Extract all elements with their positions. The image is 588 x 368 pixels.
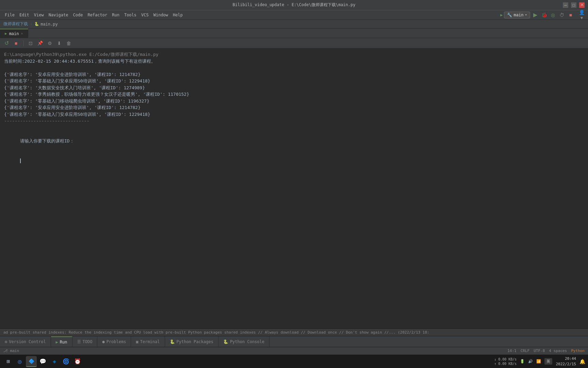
menu-window[interactable]: Window xyxy=(151,12,170,18)
menu-help[interactable]: Help xyxy=(171,12,185,18)
vscode-taskbar-icon[interactable]: ◈ xyxy=(49,356,60,367)
battery-icon: 🔋 xyxy=(520,359,525,364)
breadcrumb-parent[interactable]: 微师课程下载 xyxy=(3,21,28,27)
edge-taskbar-icon[interactable]: 🌀 xyxy=(61,356,71,367)
rerun-button[interactable]: ↺ xyxy=(3,40,10,47)
clock-taskbar-icon[interactable]: ⏰ xyxy=(72,356,83,367)
tab-run-label: Run xyxy=(60,340,67,344)
console-toolbar: ↺ ■ ⊡ 📌 ⚙ ⬇ 🗑 xyxy=(0,38,588,48)
tab-version-control[interactable]: ⚙ Version Control xyxy=(0,336,51,347)
cursor xyxy=(20,158,21,163)
scroll-to-end-button[interactable]: ⬇ xyxy=(55,40,63,47)
bottom-tab-bar: ⚙ Version Control ▶ Run ☰ TODO ● Problem… xyxy=(0,336,588,347)
run-config-selector[interactable]: 🔧 main ▾ xyxy=(504,12,530,18)
console-line-10: {'课程名字': '零基础入门安卓应用S0培训班', '课程ID': 12294… xyxy=(4,111,584,118)
pin-button[interactable]: 📌 xyxy=(36,40,44,47)
wechat-taskbar-icon[interactable]: 💬 xyxy=(37,356,48,367)
bottom-notification[interactable]: ad pre-built shared indexes: Reduce the … xyxy=(0,328,588,336)
tab-todo[interactable]: ☰ TODO xyxy=(72,336,98,347)
console-line-1: E:\Language\Python39\python.exe E:/Code/… xyxy=(4,51,584,58)
menu-tools[interactable]: Tools xyxy=(122,12,138,18)
stop-run-button[interactable]: ■ xyxy=(12,40,20,47)
console-line-3 xyxy=(4,64,584,71)
title-bar-right: ─ □ ✕ xyxy=(563,2,585,8)
windows-start-icon[interactable]: ⊞ xyxy=(3,356,14,367)
tab-run[interactable]: ▶ Run xyxy=(51,336,72,347)
tab-python-packages[interactable]: 🐍 Python Packages xyxy=(165,336,218,347)
profile-button[interactable]: ⏱ xyxy=(558,11,566,19)
stop-button[interactable]: ■ xyxy=(567,11,574,19)
tab-version-control-label: Version Control xyxy=(9,339,46,344)
maximize-button[interactable]: □ xyxy=(571,2,576,8)
debug-button[interactable]: 🐞 xyxy=(540,11,548,19)
datetime-display: 20:44 2022/2/15 xyxy=(556,356,576,367)
console-line-11: -------------------------------- xyxy=(4,118,584,124)
console-line-7: {'课程名字': '李秀娟教授，职场领导力谁更强？女汉子还是暖男', '课程ID… xyxy=(4,91,584,98)
status-right: 14:1 CRLF UTF-8 4 spaces Python xyxy=(507,349,585,353)
menu-run[interactable]: Run xyxy=(110,12,121,18)
restore-layout-button[interactable]: ⊡ xyxy=(27,40,34,47)
tab-python-console-label: Python Console xyxy=(230,339,264,344)
account-icon[interactable]: 👤▾ xyxy=(578,11,585,19)
menu-view[interactable]: View xyxy=(32,12,46,18)
tab-todo-label: TODO xyxy=(83,339,93,344)
tab-python-packages-label: Python Packages xyxy=(177,339,213,344)
line-ending[interactable]: CRLF xyxy=(521,349,530,353)
menu-edit[interactable]: Edit xyxy=(17,12,31,18)
taskbar-right: ↓ 0.00 KB/s ↑ 0.00 KB/s 🔋 🔊 📶 英 20:44 20… xyxy=(494,356,585,367)
run-tab-main[interactable]: ▶ main × xyxy=(0,29,28,38)
run-config-label: main xyxy=(513,13,523,17)
pycharm-taskbar-icon[interactable]: 🔷 xyxy=(26,356,37,367)
net-up: ↑ 0.00 KB/s xyxy=(494,362,517,366)
chrome-taskbar-icon[interactable]: ◎ xyxy=(14,356,25,367)
tab-problems[interactable]: ● Problems xyxy=(97,336,131,347)
git-branch[interactable]: ⎇ main xyxy=(3,349,19,353)
encoding[interactable]: UTF-8 xyxy=(534,349,545,353)
tab-python-console[interactable]: 🐍 Python Console xyxy=(218,336,270,347)
breadcrumb-current: main.py xyxy=(40,22,58,27)
menu-navigate[interactable]: Navigate xyxy=(47,12,70,18)
coverage-button[interactable]: ◎ xyxy=(549,11,557,19)
run-tab-bar: ▶ main × xyxy=(0,29,588,38)
title-bar: Bilibili_video_update - E:\Code\微师课程下载\m… xyxy=(0,0,588,10)
tab-terminal[interactable]: ▣ Terminal xyxy=(131,336,165,347)
settings-run-button[interactable]: ⚙ xyxy=(46,40,53,47)
todo-icon: ☰ xyxy=(77,339,81,344)
language[interactable]: Python xyxy=(571,349,585,353)
date-display: 2022/2/15 xyxy=(556,362,576,367)
menu-vcs[interactable]: VCS xyxy=(139,12,151,18)
indent[interactable]: 4 spaces xyxy=(549,349,567,353)
menu-code[interactable]: Code xyxy=(71,12,85,18)
tab-terminal-label: Terminal xyxy=(140,339,160,344)
minimize-button[interactable]: ─ xyxy=(563,2,568,8)
run-button[interactable]: ▶ xyxy=(532,11,539,19)
network-info: ↓ 0.00 KB/s ↑ 0.00 KB/s xyxy=(494,357,517,366)
version-control-icon: ⚙ xyxy=(5,339,7,344)
menu-refactor[interactable]: Refactor xyxy=(85,12,109,18)
console-line-12 xyxy=(4,124,584,131)
status-left: ⎇ main xyxy=(3,349,19,353)
breadcrumb-separator: › xyxy=(30,22,32,27)
tab-problems-label: Problems xyxy=(107,339,126,344)
clear-button[interactable]: 🗑 xyxy=(65,40,72,47)
console-cursor-line xyxy=(4,151,584,171)
console-line-8: {'课程名字': '零基础入门移动端爬虫培训班', '课程ID': 119632… xyxy=(4,98,584,105)
run-tab-close[interactable]: × xyxy=(21,32,23,35)
menu-file[interactable]: File xyxy=(3,12,17,18)
python-console-icon: 🐍 xyxy=(223,339,228,344)
run-config-dropdown-icon: ▾ xyxy=(525,13,527,17)
net-down: ↓ 0.00 KB/s xyxy=(494,357,517,362)
console-line-2: 当前时间:2022-02-15 20:44:43.675551，查询到该账号下有… xyxy=(4,58,584,65)
notification-center-icon[interactable]: 🔔 xyxy=(579,359,585,364)
lang-indicator[interactable]: 英 xyxy=(544,358,552,365)
breadcrumb-file[interactable]: 🐍 main.py xyxy=(34,22,58,27)
console-input-prompt: 请输入你要下载的课程ID： xyxy=(4,131,584,151)
problems-icon: ● xyxy=(102,339,104,344)
console-line-4: {'课程名字': '安卓应用安全进阶培训班', '课程ID': 1214782} xyxy=(4,71,584,78)
menu-bar: File Edit View Navigate Code Refactor Ru… xyxy=(0,10,588,20)
cursor-position[interactable]: 14:1 xyxy=(507,349,517,353)
python-packages-icon: 🐍 xyxy=(170,339,175,344)
breadcrumb-bar: 微师课程下载 › 🐍 main.py xyxy=(0,20,588,29)
network-icon: 📶 xyxy=(536,359,541,364)
close-button[interactable]: ✕ xyxy=(579,2,585,8)
